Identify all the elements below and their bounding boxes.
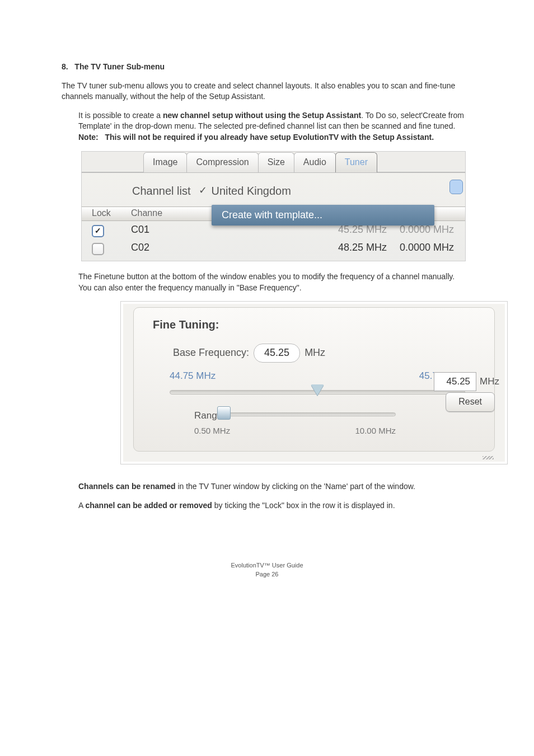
para1-bold: new channel setup without using the Setu… (163, 111, 361, 120)
range-scale: 0.50 MHz 10.00 MHz (217, 425, 396, 436)
document-page: 8. The TV Tuner Sub-menu The TV tuner su… (0, 0, 534, 601)
range-max: 10.00 MHz (355, 425, 396, 436)
reset-button[interactable]: Reset (446, 392, 495, 411)
paragraph-add-remove: A channel can be added or removed by tic… (78, 500, 467, 511)
base-frequency-input[interactable]: 45.25 (254, 344, 300, 362)
tab-bar: Image Compression Size Audio Tuner (82, 152, 465, 173)
note-text: This will not be required if you already… (105, 133, 434, 142)
lock-checkbox[interactable] (92, 243, 104, 255)
base-frequency-unit: MHz (305, 346, 325, 360)
current-value-unit: MHz (480, 375, 499, 388)
section-number: 8. (62, 62, 68, 71)
resize-grip-icon[interactable] (483, 456, 494, 459)
para3-bold: Channels can be renamed (78, 482, 176, 491)
cell-channel: C02 (131, 239, 181, 261)
tab-audio[interactable]: Audio (294, 152, 336, 172)
cell-channel: C01 (131, 221, 181, 239)
current-value-input[interactable]: 45.25 (434, 372, 476, 391)
para1-a: It is possible to create a (78, 111, 163, 120)
para3-rest: in the TV Tuner window by clicking on th… (176, 482, 415, 491)
cell-freq: 48.25 MHz (314, 239, 387, 261)
slider-track (217, 412, 396, 416)
tab-compression[interactable]: Compression (186, 152, 258, 172)
frequency-slider[interactable] (170, 383, 465, 399)
tab-tuner[interactable]: Tuner (335, 152, 377, 172)
slider-thumb[interactable] (311, 384, 324, 396)
current-value-box: 45.25 MHz (434, 372, 499, 391)
channel-table-body: C01 45.25 MHz 0.0000 MHz C02 48.25 MHz 0… (82, 221, 465, 261)
paragraph-rename: Channels can be renamed in the TV Tuner … (78, 481, 467, 492)
range-slider[interactable] (217, 405, 396, 421)
fine-tuning-title: Fine Tuning: (153, 317, 482, 332)
col-lock: Lock (92, 207, 131, 219)
intro-paragraph: The TV tuner sub-menu allows you to crea… (62, 81, 472, 102)
channel-list-value: United Kingdom (212, 183, 291, 199)
para4-b: by ticking the "Lock" box in the row it … (212, 501, 395, 510)
section-heading: 8. The TV Tuner Sub-menu (62, 62, 472, 73)
lock-checkbox[interactable] (92, 225, 104, 237)
section-title: The TV Tuner Sub-menu (74, 62, 165, 71)
scale-min: 44.75 MHz (170, 369, 216, 383)
para4-bold: channel can be added or removed (85, 501, 212, 510)
paragraph-create-template: It is possible to create a new channel s… (78, 110, 467, 143)
screenshot-fine-tuning: Fine Tuning: Base Frequency: 45.25 MHz 4… (120, 301, 508, 464)
paragraph-finetune: The Finetune button at the bottom of the… (78, 271, 467, 293)
footer-page-label: Page (255, 571, 270, 577)
slider-thumb[interactable] (217, 406, 231, 420)
footer-page-number: 26 (271, 571, 278, 577)
range-min: 0.50 MHz (194, 425, 230, 436)
channel-table-header: Lock Channe Create with template... (82, 206, 465, 221)
base-frequency-row: Base Frequency: 45.25 MHz (173, 344, 482, 362)
channel-list-label: Channel list (132, 183, 191, 199)
freq-scale: 44.75 MHz 45.75 MHz (170, 369, 465, 383)
channel-list-dropdown[interactable]: Channel list ✓ United Kingdom (82, 173, 465, 206)
base-frequency-label: Base Frequency: (173, 346, 249, 360)
screenshot-tuner-tabs: Image Compression Size Audio Tuner Chann… (81, 151, 466, 262)
col-channel: Channe (131, 207, 181, 219)
tab-image[interactable]: Image (143, 152, 187, 172)
footer-title: EvolutionTV™ User Guide (231, 562, 303, 569)
scroll-thumb[interactable] (449, 180, 463, 194)
note-label: Note: (78, 133, 99, 142)
tab-size[interactable]: Size (258, 152, 294, 172)
cell-fine: 0.0000 MHz (387, 239, 465, 261)
page-footer: EvolutionTV™ User Guide Page 26 (62, 561, 472, 579)
menu-create-with-template[interactable]: Create with template... (212, 205, 434, 226)
check-icon: ✓ (199, 184, 207, 198)
para4-a: A (78, 501, 85, 510)
